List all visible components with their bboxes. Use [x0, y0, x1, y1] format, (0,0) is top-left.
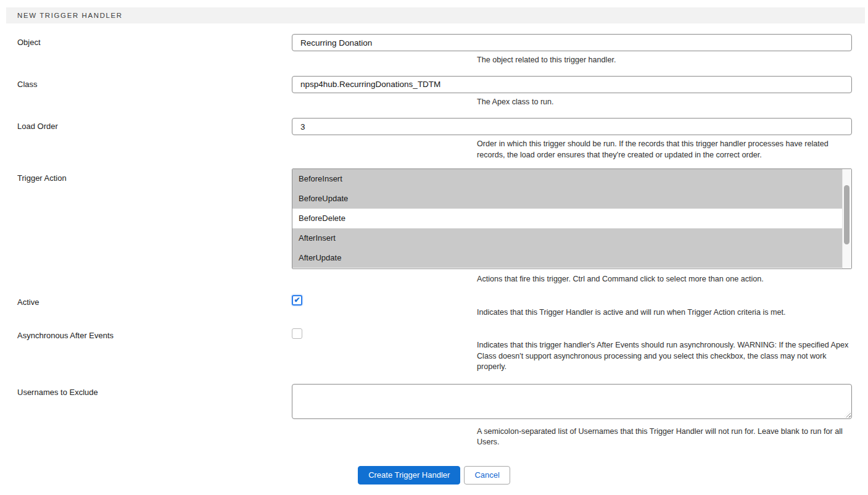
- usernames-to-exclude-label: Usernames to Exclude: [0, 384, 292, 448]
- create-trigger-handler-button[interactable]: Create Trigger Handler: [358, 466, 460, 485]
- async-after-events-checkbox[interactable]: [292, 328, 302, 339]
- load-order-label: Load Order: [0, 118, 292, 160]
- form-row-async-after-events: Asynchronous After Events Indicates that…: [0, 327, 868, 373]
- listbox-scrollbar-track[interactable]: [842, 169, 851, 268]
- usernames-to-exclude-textarea[interactable]: [292, 384, 852, 419]
- async-after-events-label: Asynchronous After Events: [0, 327, 292, 373]
- form-row-usernames-to-exclude: Usernames to Exclude A semicolon-separat…: [0, 384, 868, 448]
- trigger-action-help-text: Actions that fire this trigger. Ctrl and…: [477, 274, 852, 285]
- active-help-text: Indicates that this Trigger Handler is a…: [477, 307, 852, 318]
- class-label: Class: [0, 76, 292, 108]
- trigger-action-option-beforedelete[interactable]: BeforeDelete: [292, 209, 842, 228]
- object-help-text: The object related to this trigger handl…: [477, 55, 852, 66]
- class-help-text: The Apex class to run.: [477, 97, 852, 108]
- trigger-action-listbox[interactable]: BeforeInsert BeforeUpdate BeforeDelete A…: [292, 168, 852, 269]
- load-order-help-text: Order in which this trigger should be ru…: [477, 139, 852, 160]
- form-actions: Create Trigger Handler Cancel: [0, 466, 868, 485]
- active-checkbox[interactable]: [292, 295, 302, 306]
- object-label: Object: [0, 34, 292, 66]
- async-after-events-help-text: Indicates that this trigger handler's Af…: [477, 340, 852, 373]
- cancel-button[interactable]: Cancel: [464, 466, 510, 485]
- page-title: NEW TRIGGER HANDLER: [6, 7, 865, 23]
- trigger-action-option-beforeinsert[interactable]: BeforeInsert: [292, 169, 842, 189]
- object-input[interactable]: [292, 34, 852, 51]
- trigger-action-option-afterupdate[interactable]: AfterUpdate: [292, 248, 842, 268]
- trigger-action-option-beforeupdate[interactable]: BeforeUpdate: [292, 189, 842, 209]
- load-order-input[interactable]: [292, 118, 852, 135]
- form-row-class: Class The Apex class to run.: [0, 76, 868, 108]
- usernames-to-exclude-help-text: A semicolon-separated list of Usernames …: [477, 426, 852, 448]
- form-row-active: Active Indicates that this Trigger Handl…: [0, 294, 868, 318]
- active-label: Active: [0, 294, 292, 318]
- form-row-object: Object The object related to this trigge…: [0, 34, 868, 66]
- trigger-action-label: Trigger Action: [0, 168, 292, 285]
- form-row-load-order: Load Order Order in which this trigger s…: [0, 118, 868, 160]
- trigger-action-option-afterinsert[interactable]: AfterInsert: [292, 228, 842, 248]
- form-row-trigger-action: Trigger Action BeforeInsert BeforeUpdate…: [0, 168, 868, 285]
- class-input[interactable]: [292, 76, 852, 93]
- listbox-scrollbar-thumb[interactable]: [844, 185, 849, 244]
